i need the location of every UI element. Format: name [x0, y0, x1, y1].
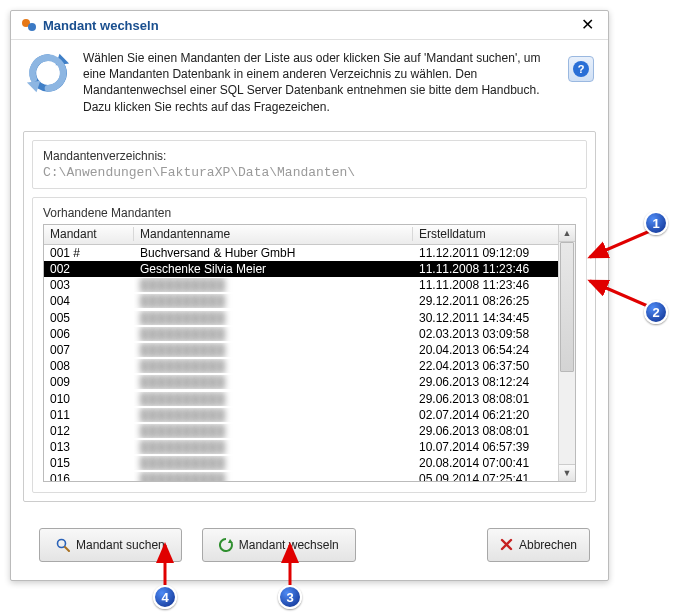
- cell-mandant: 003: [44, 278, 134, 292]
- cell-date: 11.11.2008 11:23:46: [413, 262, 558, 276]
- table-row[interactable]: 004██████████29.12.2011 08:26:25: [44, 293, 558, 309]
- mandant-list-section: Vorhandene Mandanten Mandant Mandantenna…: [32, 197, 587, 493]
- scroll-up-icon[interactable]: ▲: [559, 225, 575, 242]
- mandant-suchen-button[interactable]: Mandant suchen: [39, 528, 182, 562]
- cell-mandant: 001 #: [44, 246, 134, 260]
- close-icon[interactable]: ✕: [577, 17, 598, 33]
- table-row[interactable]: 011██████████02.07.2014 06:21:20: [44, 407, 558, 423]
- cell-date: 20.04.2013 06:54:24: [413, 343, 558, 357]
- table-row[interactable]: 002Geschenke Silvia Meier11.11.2008 11:2…: [44, 261, 558, 277]
- cell-name: Geschenke Silvia Meier: [134, 262, 413, 276]
- directory-path: C:\Anwendungen\FakturaXP\Data\Mandanten\: [43, 165, 576, 180]
- cell-date: 11.11.2008 11:23:46: [413, 278, 558, 292]
- cell-name: ██████████: [134, 343, 413, 357]
- button-label: Mandant suchen: [76, 538, 165, 552]
- cell-date: 02.03.2013 03:09:58: [413, 327, 558, 341]
- dialog-title: Mandant wechseln: [43, 18, 577, 33]
- cell-date: 05.09.2014 07:25:41: [413, 472, 558, 480]
- table-row[interactable]: 012██████████29.06.2013 08:08:01: [44, 423, 558, 439]
- column-header-name[interactable]: Mandantenname: [134, 227, 413, 241]
- cell-mandant: 006: [44, 327, 134, 341]
- cell-name: ██████████: [134, 278, 413, 292]
- cell-mandant: 015: [44, 456, 134, 470]
- table-row[interactable]: 001 #Buchversand & Huber GmbH11.12.2011 …: [44, 245, 558, 261]
- annotation-badge-1: 1: [644, 211, 668, 235]
- cell-mandant: 004: [44, 294, 134, 308]
- app-icon: [21, 17, 37, 33]
- titlebar: Mandant wechseln ✕: [11, 11, 608, 40]
- dialog-body: Mandantenverzeichnis: C:\Anwendungen\Fak…: [23, 131, 596, 502]
- table-row[interactable]: 015██████████20.08.2014 07:00:41: [44, 455, 558, 471]
- table-row[interactable]: 010██████████29.06.2013 08:08:01: [44, 390, 558, 406]
- cell-mandant: 011: [44, 408, 134, 422]
- cell-mandant: 013: [44, 440, 134, 454]
- cell-mandant: 005: [44, 311, 134, 325]
- svg-line-5: [65, 547, 69, 551]
- cell-date: 22.04.2013 06:37:50: [413, 359, 558, 373]
- cell-date: 29.06.2013 08:12:24: [413, 375, 558, 389]
- cell-mandant: 008: [44, 359, 134, 373]
- cell-name: ██████████: [134, 375, 413, 389]
- mandant-wechseln-dialog: Mandant wechseln ✕ Wählen Sie einen Mand…: [10, 10, 609, 581]
- mandant-wechseln-button[interactable]: Mandant wechseln: [202, 528, 356, 562]
- cell-name: ██████████: [134, 392, 413, 406]
- table-row[interactable]: 006██████████02.03.2013 03:09:58: [44, 326, 558, 342]
- annotation-badge-2: 2: [644, 300, 668, 324]
- annotation-badge-4: 4: [153, 585, 177, 609]
- svg-point-1: [28, 23, 36, 31]
- table-row[interactable]: 008██████████22.04.2013 06:37:50: [44, 358, 558, 374]
- cell-date: 29.06.2013 08:08:01: [413, 424, 558, 438]
- dialog-buttons: Mandant suchen Mandant wechseln Abbreche…: [11, 514, 608, 580]
- mandant-grid: Mandant Mandantenname Erstelldatum 001 #…: [43, 224, 576, 482]
- instruction-text: Wählen Sie einen Mandanten der Liste aus…: [83, 50, 556, 115]
- list-title: Vorhandene Mandanten: [43, 206, 576, 220]
- help-button[interactable]: ?: [568, 56, 594, 82]
- cell-name: ██████████: [134, 327, 413, 341]
- cell-mandant: 010: [44, 392, 134, 406]
- button-label: Mandant wechseln: [239, 538, 339, 552]
- button-label: Abbrechen: [519, 538, 577, 552]
- column-header-date[interactable]: Erstelldatum: [413, 227, 558, 241]
- table-row[interactable]: 007██████████20.04.2013 06:54:24: [44, 342, 558, 358]
- cell-mandant: 012: [44, 424, 134, 438]
- scroll-thumb[interactable]: [560, 242, 574, 372]
- svg-marker-6: [228, 539, 233, 543]
- cell-name: ██████████: [134, 294, 413, 308]
- search-icon: [56, 538, 70, 552]
- cell-date: 30.12.2011 14:34:45: [413, 311, 558, 325]
- switch-icon: [219, 538, 233, 552]
- cell-date: 10.07.2014 06:57:39: [413, 440, 558, 454]
- directory-label: Mandantenverzeichnis:: [43, 149, 576, 163]
- table-row[interactable]: 003██████████11.11.2008 11:23:46: [44, 277, 558, 293]
- cell-mandant: 007: [44, 343, 134, 357]
- cell-name: ██████████: [134, 311, 413, 325]
- refresh-icon: [25, 50, 71, 96]
- cell-mandant: 009: [44, 375, 134, 389]
- scroll-down-icon[interactable]: ▼: [559, 464, 575, 481]
- cell-date: 29.12.2011 08:26:25: [413, 294, 558, 308]
- cell-mandant: 002: [44, 262, 134, 276]
- cell-name: ██████████: [134, 472, 413, 480]
- cell-name: ██████████: [134, 359, 413, 373]
- cell-date: 11.12.2011 09:12:09: [413, 246, 558, 260]
- svg-marker-3: [27, 81, 40, 93]
- table-row[interactable]: 016██████████05.09.2014 07:25:41: [44, 471, 558, 480]
- cancel-icon: [500, 538, 513, 551]
- vertical-scrollbar[interactable]: ▲ ▼: [558, 225, 575, 481]
- mandant-directory-section: Mandantenverzeichnis: C:\Anwendungen\Fak…: [32, 140, 587, 189]
- cell-name: ██████████: [134, 440, 413, 454]
- annotation-badge-3: 3: [278, 585, 302, 609]
- table-row[interactable]: 013██████████10.07.2014 06:57:39: [44, 439, 558, 455]
- abbrechen-button[interactable]: Abbrechen: [487, 528, 590, 562]
- cell-name: ██████████: [134, 456, 413, 470]
- cell-name: ██████████: [134, 408, 413, 422]
- table-row[interactable]: 005██████████30.12.2011 14:34:45: [44, 310, 558, 326]
- dialog-header: Wählen Sie einen Mandanten der Liste aus…: [11, 40, 608, 125]
- cell-mandant: 016: [44, 472, 134, 480]
- cell-date: 02.07.2014 06:21:20: [413, 408, 558, 422]
- cell-name: ██████████: [134, 424, 413, 438]
- cell-date: 29.06.2013 08:08:01: [413, 392, 558, 406]
- column-header-mandant[interactable]: Mandant: [44, 227, 134, 241]
- table-row[interactable]: 009██████████29.06.2013 08:12:24: [44, 374, 558, 390]
- cell-date: 20.08.2014 07:00:41: [413, 456, 558, 470]
